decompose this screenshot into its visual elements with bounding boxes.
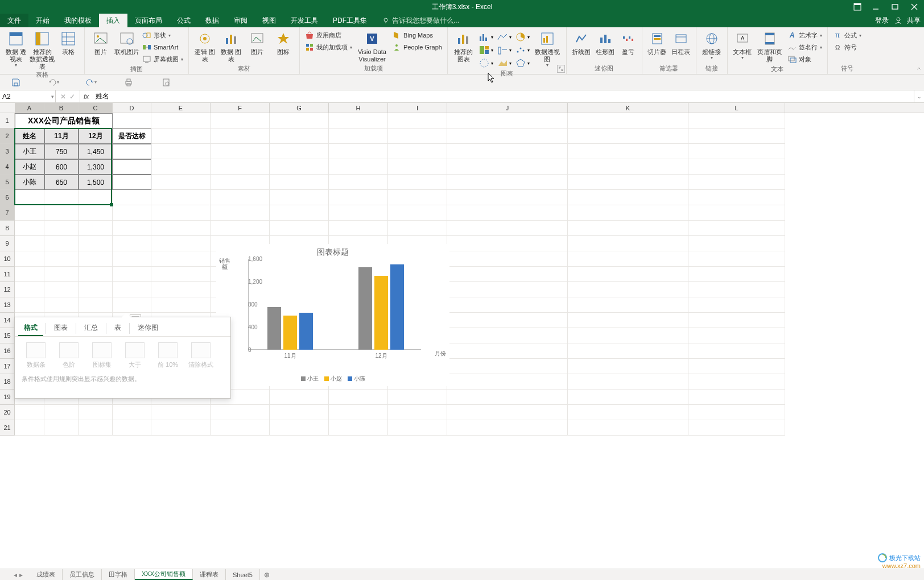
picture-button[interactable]: 图片	[88, 28, 113, 56]
name-box-input[interactable]	[2, 93, 42, 101]
row-header[interactable]: 3	[0, 144, 15, 159]
chart-type-line-icon[interactable]: ▾	[496, 31, 513, 43]
enter-icon[interactable]: ✓	[69, 93, 75, 101]
col-header-C[interactable]: C	[79, 103, 113, 113]
row-header[interactable]: 18	[0, 374, 15, 390]
qa-tab-charts[interactable]: 图表	[48, 321, 73, 336]
online-picture-button[interactable]: 联机图片	[114, 28, 139, 56]
collapse-ribbon-button[interactable]	[914, 64, 924, 74]
row-header[interactable]: 19	[0, 390, 15, 405]
image-asset-button[interactable]: 图片	[245, 28, 270, 56]
tab-mytemplate[interactable]: 我的模板	[57, 14, 99, 27]
peoplegraph-button[interactable]: People Graph	[390, 42, 444, 53]
sheet-tab[interactable]: 员工信息	[63, 569, 102, 580]
row-header[interactable]: 2	[0, 129, 15, 144]
textbox-button[interactable]: A文本框▾	[731, 28, 754, 60]
row-header[interactable]: 20	[0, 405, 15, 420]
table-cell[interactable]: 小赵	[15, 159, 44, 175]
sheet-tab[interactable]: Sheet5	[226, 569, 260, 580]
signature-button[interactable]: 签名行▾	[786, 42, 824, 53]
chart-type-surface-icon[interactable]: ▾	[496, 57, 513, 69]
col-header-A[interactable]: A	[15, 103, 44, 113]
sheet-tab[interactable]: 课程表	[193, 569, 226, 580]
row-header[interactable]: 4	[0, 159, 15, 175]
tab-insert[interactable]: 插入	[99, 14, 127, 27]
qa-tab-totals[interactable]: 汇总	[79, 321, 104, 336]
col-header-J[interactable]: J	[447, 103, 568, 113]
row-header[interactable]: 17	[0, 359, 15, 374]
table-cell[interactable]: 650	[44, 175, 79, 190]
charts-dialog-launcher[interactable]	[557, 65, 565, 73]
sparkline-winloss-button[interactable]: 盈亏	[618, 28, 638, 56]
row-header[interactable]: 8	[0, 221, 15, 236]
table-button[interactable]: 表格	[56, 28, 81, 56]
col-header-D[interactable]: D	[113, 103, 151, 113]
qa-opt-iconset[interactable]: 图标集	[88, 342, 116, 369]
print-button[interactable]	[122, 76, 135, 89]
tab-view[interactable]: 视图	[255, 14, 283, 27]
wordart-button[interactable]: A艺术字▾	[786, 30, 824, 41]
close-button[interactable]	[905, 0, 924, 14]
fx-icon[interactable]: fx	[80, 93, 92, 101]
row-header[interactable]: 10	[0, 251, 15, 267]
tell-me-search[interactable]: 告诉我您想要做什么...	[382, 14, 459, 27]
sheet-tab[interactable]: 成绩表	[30, 569, 63, 580]
name-box[interactable]: ▾	[0, 90, 56, 103]
table-cell[interactable]: 600	[44, 159, 79, 175]
table-title[interactable]: XXX公司产品销售额	[15, 113, 113, 129]
table-cell[interactable]: 1,450	[79, 144, 113, 159]
qa-opt-databars[interactable]: 数据条	[22, 342, 50, 369]
col-header-H[interactable]: H	[329, 103, 388, 113]
row-header[interactable]: 6	[0, 190, 15, 205]
name-box-dropdown-icon[interactable]: ▾	[51, 94, 54, 100]
visio-button[interactable]: VVisio Data Visualizer	[355, 28, 389, 63]
chart-type-stock-icon[interactable]: ▾	[477, 57, 494, 69]
row-header[interactable]: 1	[0, 113, 15, 129]
tab-start[interactable]: 开始	[28, 14, 57, 27]
bingmaps-button[interactable]: Bing Maps	[390, 30, 444, 41]
equation-button[interactable]: π公式▾	[831, 30, 863, 41]
embedded-chart[interactable]: 图表标题 销售额 04008001,2001,60011月12月 月份 小王小赵…	[216, 244, 449, 386]
shapes-button[interactable]: 形状▾	[141, 30, 185, 41]
sheet-nav[interactable]: ◂▸	[14, 571, 30, 579]
formula-value[interactable]: 姓名	[92, 92, 113, 101]
store-button[interactable]: 应用商店	[303, 30, 354, 41]
qa-tab-format[interactable]: 格式	[18, 321, 43, 336]
sparkline-line-button[interactable]: 折线图	[570, 28, 593, 56]
tab-file[interactable]: 文件	[0, 14, 28, 27]
expand-formula-bar[interactable]: ⌄	[914, 90, 924, 102]
table-cell[interactable]: 小陈	[15, 175, 44, 190]
sheet-tab[interactable]: 田字格	[102, 569, 135, 580]
row-header[interactable]: 13	[0, 297, 15, 313]
row-header[interactable]: 5	[0, 175, 15, 190]
chart-type-treemap-icon[interactable]: ▾	[477, 44, 494, 56]
qa-opt-greater[interactable]: 大于	[121, 342, 149, 369]
row-header[interactable]: 21	[0, 420, 15, 436]
table-cell[interactable]: 1,300	[79, 159, 113, 175]
row-header[interactable]: 14	[0, 313, 15, 328]
row-header[interactable]: 9	[0, 236, 15, 251]
row-header[interactable]: 16	[0, 343, 15, 359]
add-sheet-button[interactable]: ⊕	[260, 571, 274, 579]
maximize-button[interactable]	[885, 0, 905, 14]
table-cell[interactable]	[113, 144, 151, 159]
tab-dev[interactable]: 开发工具	[283, 14, 325, 27]
chart-type-radar-icon[interactable]: ▾	[514, 57, 531, 69]
qa-opt-top10[interactable]: 前 10%	[154, 342, 182, 369]
qa-tab-tables[interactable]: 表	[109, 321, 127, 336]
col-header-L[interactable]: L	[688, 103, 785, 113]
table-cell[interactable]: 1,500	[79, 175, 113, 190]
rec-charts-button[interactable]: 推荐的 图表	[451, 28, 476, 63]
pivot-table-button[interactable]: 数据 透视表▾	[3, 28, 28, 68]
row-header[interactable]: 11	[0, 267, 15, 282]
chart-type-stat-icon[interactable]: ▾	[496, 44, 513, 56]
redo-button[interactable]: ▾	[47, 76, 60, 89]
sheet-tab-active[interactable]: XXX公司销售额	[135, 569, 193, 580]
col-header-F[interactable]: F	[211, 103, 270, 113]
qa-tab-spark[interactable]: 迷你图	[132, 321, 164, 336]
myaddins-button[interactable]: 我的加载项▾	[303, 42, 354, 53]
object-button[interactable]: 对象	[786, 53, 824, 65]
chart-type-scatter-icon[interactable]: ▾	[514, 44, 531, 56]
cancel-icon[interactable]: ✕	[60, 93, 66, 101]
row-header[interactable]: 12	[0, 282, 15, 297]
